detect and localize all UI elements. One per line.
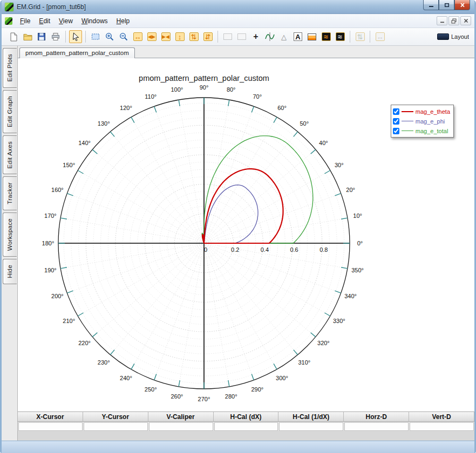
zoom-in-button[interactable] [103, 30, 116, 43]
angle-label: 280° [225, 393, 237, 400]
document-tab-bar: pmom_pattern_pattern_polar_custom [18, 46, 474, 58]
print-button[interactable] [49, 30, 62, 43]
compress-y-button[interactable]: ⇵ [201, 30, 214, 43]
mdi-close-icon [464, 18, 468, 23]
side-tab-workspace[interactable]: Workspace [3, 212, 17, 257]
maximize-icon [444, 3, 450, 8]
new-button[interactable] [7, 30, 20, 43]
angle-label: 290° [251, 386, 263, 393]
side-tab-edit-plots[interactable]: Edit Plots [3, 48, 17, 88]
angle-label: 330° [333, 318, 345, 324]
menu-windows[interactable]: Windows [77, 15, 112, 27]
angle-tick [67, 194, 73, 196]
angle-label: 110° [145, 93, 157, 100]
legend-checkbox-mag_e_phi[interactable] [393, 118, 399, 125]
legend-checkbox-mag_e_theta[interactable] [393, 108, 399, 115]
angle-tick [251, 374, 254, 380]
grid-spoke [131, 117, 204, 243]
region-box-button[interactable] [235, 30, 248, 43]
add-cursor-button[interactable]: + [249, 30, 262, 43]
side-tab-edit-axes[interactable]: Edit Axes [3, 135, 17, 175]
grid-spoke [204, 194, 341, 243]
open-button[interactable] [21, 30, 34, 43]
angle-label: 100° [171, 86, 183, 93]
mdi-minimize-icon [440, 18, 445, 23]
radial-label: 0.2 [231, 246, 239, 253]
dark-style-2-button[interactable]: ≈ [334, 30, 346, 43]
shift-x-button[interactable]: ◀▶ [145, 30, 158, 43]
menu-file[interactable]: File [16, 15, 35, 27]
zoom-out-button[interactable] [117, 30, 130, 43]
angle-tick [131, 117, 134, 122]
plot-area[interactable]: pmom_pattern_pattern_polar_custom 0°10°2… [18, 58, 474, 411]
layout-icon [437, 33, 449, 40]
legend-line-sample [402, 131, 413, 131]
angle-tick [294, 132, 298, 136]
mdi-child-icon[interactable] [5, 17, 12, 25]
angle-label: 80° [227, 86, 236, 93]
grid-spoke [204, 106, 254, 243]
text-a-icon: A [294, 32, 302, 41]
menu-edit[interactable]: Edit [35, 15, 55, 27]
grid-spoke [131, 243, 204, 369]
mdi-restore-button[interactable] [448, 16, 459, 25]
side-tab-tracker[interactable]: Tracker [3, 176, 17, 210]
trace-tracker-button[interactable] [263, 30, 276, 43]
angle-tick [110, 132, 114, 136]
caliper-box-button[interactable] [221, 30, 234, 43]
angle-label: 340° [344, 293, 357, 299]
grid-spoke [179, 100, 204, 243]
dark-style-1-button[interactable]: ≈ [319, 30, 332, 43]
side-tab-edit-graph[interactable]: Edit Graph [3, 90, 17, 133]
legend-line-sample [402, 111, 413, 112]
angle-tick [341, 218, 348, 219]
angle-label: 70° [253, 93, 262, 100]
grid-spoke [78, 243, 204, 316]
stack-vertical-button[interactable]: ⇅ [353, 30, 366, 43]
angle-label: 310° [298, 359, 310, 366]
fill-style-button[interactable] [305, 30, 318, 43]
mdi-minimize-button[interactable] [437, 16, 447, 25]
grid-spoke [60, 218, 204, 243]
grid-spoke [204, 243, 277, 369]
expand-x-button[interactable]: ↔ [131, 30, 144, 43]
legend-label: mag_e_total [416, 128, 448, 134]
angle-label: 320° [317, 340, 330, 346]
compress-x-button[interactable]: ▶◀ [159, 30, 172, 43]
maximize-button[interactable] [439, 0, 454, 10]
save-button[interactable] [35, 30, 48, 43]
minimize-button[interactable] [423, 0, 439, 10]
close-button[interactable] [454, 0, 470, 10]
mdi-close-button[interactable] [460, 16, 471, 25]
grid-spoke [204, 100, 229, 243]
text-label-button[interactable]: A [291, 30, 304, 43]
legend-checkbox-mag_e_total[interactable] [393, 128, 399, 134]
cursor-table-value-row [18, 422, 474, 431]
angle-label: 210° [63, 318, 75, 324]
triangle-marker-button[interactable]: △ [277, 30, 290, 43]
angle-tick [294, 350, 298, 355]
cursor-table-header: X-Cursor [18, 412, 83, 421]
legend-item-mag_e_theta: mag_e_theta [393, 107, 450, 116]
v-arrows-icon: ⇅ [189, 32, 199, 41]
app-icon[interactable] [5, 3, 13, 11]
layout-button[interactable]: Layout [435, 30, 471, 43]
cursor-table-header: H-Cal (dX) [214, 412, 279, 421]
pointer-tool-button[interactable] [69, 30, 82, 43]
series-curve-mag_e_theta[interactable] [202, 169, 283, 243]
grid-spoke [204, 149, 316, 243]
radial-label: 0.8 [319, 246, 328, 253]
title-bar[interactable]: EM.Grid - [pmom_tut6b] [2, 0, 474, 14]
shift-y-button[interactable]: ⇅ [187, 30, 200, 43]
zoom-region-button[interactable] [89, 30, 102, 43]
document-tab-active[interactable]: pmom_pattern_pattern_polar_custom [19, 47, 135, 58]
angle-label: 40° [319, 140, 328, 146]
menu-view[interactable]: View [55, 15, 77, 27]
expand-y-button[interactable]: ↕ [173, 30, 186, 43]
menu-help[interactable]: Help [112, 15, 134, 27]
fit-width-button[interactable]: ↔ [373, 30, 386, 43]
minimize-icon [429, 3, 434, 8]
angle-label: 160° [51, 187, 64, 193]
side-tab-hide[interactable]: Hide [3, 259, 17, 284]
toolbar-separator [217, 31, 218, 43]
